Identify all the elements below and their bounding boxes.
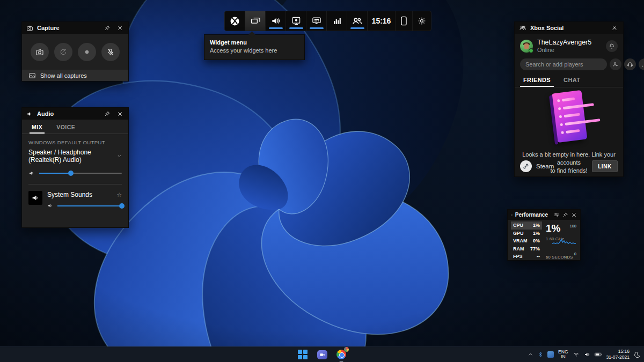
capture-titlebar: Capture	[22, 22, 128, 34]
capture-active-underline	[289, 27, 303, 29]
gamebar-toolbar: 15:16	[224, 11, 431, 31]
mic-toggle-button[interactable]	[101, 43, 120, 61]
slider-thumb[interactable]	[68, 171, 74, 176]
output-device-select[interactable]: Speaker / Headphone (Realtek(R) Audio)	[28, 149, 122, 164]
metric-row-vram[interactable]: VRAM0%	[511, 237, 542, 245]
output-device-value: Speaker / Headphone (Realtek(R) Audio)	[28, 149, 117, 164]
cpu-detail-panel: 1% 100 1.60 GHz 60 SECONDS 0	[546, 221, 577, 261]
close-icon	[117, 25, 123, 31]
close-icon	[117, 111, 123, 117]
gallery-icon	[28, 72, 36, 79]
search-input[interactable]	[520, 58, 607, 70]
metric-row-ram[interactable]: RAM77%	[511, 245, 542, 253]
list-card-graphic	[552, 90, 588, 143]
focus-moon-icon[interactable]	[634, 351, 641, 358]
tray-chevron-up-icon[interactable]	[528, 352, 533, 358]
performance-title: Performance	[515, 212, 548, 218]
capture-widget-button[interactable]	[286, 11, 306, 31]
performance-close-button[interactable]	[571, 211, 577, 219]
master-volume-row	[28, 170, 122, 176]
start-button[interactable]	[297, 349, 309, 360]
people-icon	[519, 24, 526, 32]
widget-menu-button[interactable]	[245, 11, 266, 31]
screenshot-button[interactable]	[31, 43, 49, 61]
audio-active-underline	[269, 27, 283, 29]
volume-tray-icon[interactable]	[584, 351, 590, 358]
bar-chart-icon	[332, 16, 342, 26]
audio-pin-button[interactable]	[103, 109, 112, 118]
record-last-30s-button[interactable]	[54, 43, 72, 61]
favorite-star-icon[interactable]: ☆	[116, 191, 122, 198]
bluetooth-icon[interactable]	[538, 351, 543, 358]
audio-widget-button[interactable]	[266, 11, 286, 31]
avatar[interactable]	[520, 40, 533, 53]
slider-fill	[57, 205, 122, 206]
capture-status-active-underline	[310, 27, 324, 29]
cpu-usage-sparkline	[552, 237, 576, 245]
tab-voice[interactable]: VOICE	[56, 124, 75, 134]
capture-widget: Capture Show all captu	[21, 21, 129, 82]
metrics-list: CPU1% GPU1% VRAM0% RAM77% FPS--	[511, 221, 542, 261]
social-close-button[interactable]	[610, 24, 619, 32]
wifi-icon[interactable]	[573, 352, 580, 358]
username: TheLazyAvenger5	[537, 39, 591, 46]
sliders-icon	[553, 212, 560, 218]
system-volume-slider[interactable]	[57, 205, 122, 206]
metric-row-gpu[interactable]: GPU1%	[511, 230, 542, 238]
gamebar-clock: 15:16	[368, 11, 396, 31]
close-icon	[611, 25, 618, 31]
xbox-social-widget: Xbox Social TheLazyAvenger5 Online	[514, 21, 624, 177]
audio-title: Audio	[37, 110, 54, 117]
metric-row-cpu[interactable]: CPU1%	[511, 221, 542, 230]
chrome-app-button[interactable]	[335, 349, 347, 360]
party-chat-button[interactable]	[624, 58, 636, 70]
steam-label: Steam	[536, 163, 554, 169]
audio-close-button[interactable]	[115, 109, 124, 118]
time-window-label: 60 SECONDS	[546, 255, 573, 260]
mic-muted-icon	[106, 48, 115, 56]
capture-status-widget-button[interactable]	[306, 11, 327, 31]
performance-options-button[interactable]	[553, 211, 560, 219]
clock-date[interactable]: 15:16 31-07-2021	[606, 349, 630, 360]
start-recording-button[interactable]	[78, 43, 96, 61]
system-tray: ENG IN 15:16 31-07-2021	[528, 347, 641, 362]
battery-icon[interactable]	[595, 352, 602, 357]
performance-titlebar: Performance	[508, 210, 580, 220]
tab-chat[interactable]: CHAT	[564, 77, 580, 87]
metric-row-fps[interactable]: FPS--	[511, 253, 542, 261]
show-all-captures-button[interactable]: Show all captures	[22, 70, 128, 81]
notifications-button[interactable]	[606, 40, 618, 52]
tab-friends[interactable]: FRIENDS	[523, 77, 551, 87]
social-widget-button[interactable]	[347, 11, 368, 31]
system-sounds-label: System Sounds	[47, 191, 92, 198]
chat-app-button[interactable]	[316, 349, 328, 360]
performance-widget-button[interactable]	[327, 11, 347, 31]
phone-link-button[interactable]	[396, 11, 413, 31]
steam-icon	[520, 160, 532, 172]
capture-close-button[interactable]	[115, 24, 124, 32]
master-volume-slider[interactable]	[39, 173, 122, 174]
performance-pin-button[interactable]	[562, 211, 568, 219]
capture-status-icon	[311, 16, 322, 26]
tray-date: 31-07-2021	[606, 354, 630, 360]
add-friend-button[interactable]	[610, 58, 621, 70]
audio-titlebar: Audio	[22, 108, 128, 120]
link-button[interactable]: LINK	[592, 160, 618, 172]
social-tabs: FRIENDS CHAT	[515, 70, 623, 87]
tab-mix[interactable]: MIX	[32, 124, 42, 134]
gamebar-settings-button[interactable]	[413, 11, 431, 31]
capture-pin-button[interactable]	[103, 24, 112, 32]
language-indicator[interactable]: ENG IN	[558, 350, 568, 360]
pin-icon	[104, 110, 111, 117]
audio-tabs: MIX VOICE	[22, 120, 128, 134]
slider-thumb[interactable]	[119, 203, 125, 209]
show-all-captures-label: Show all captures	[40, 72, 87, 79]
chrome-badge-icon	[344, 347, 349, 352]
windows-logo-icon	[298, 350, 308, 359]
record-last-icon	[59, 48, 68, 56]
performance-widget: Performance CPU1% GPU1% VRAM0%	[507, 209, 581, 261]
xbox-logo-button[interactable]	[225, 11, 245, 31]
social-title: Xbox Social	[530, 25, 564, 31]
tray-app-icon[interactable]	[547, 351, 554, 358]
chevron-down-icon	[117, 153, 122, 159]
